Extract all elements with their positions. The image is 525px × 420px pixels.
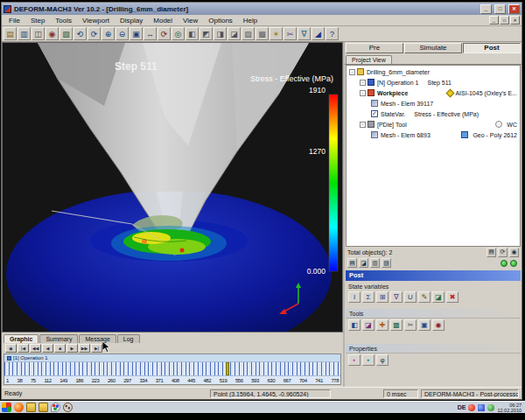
copy-icon[interactable]: ▧ <box>60 27 73 40</box>
capture-icon[interactable]: ◉ <box>46 27 59 40</box>
movie-tool-icon[interactable]: ▣ <box>418 319 430 331</box>
tree-row-operation[interactable]: [N] Operation 1 Step 511 <box>346 77 520 88</box>
graph-object-icon[interactable]: ◪ <box>359 258 368 268</box>
expander-icon[interactable] <box>360 80 366 86</box>
maximize-button[interactable]: □ <box>494 4 506 14</box>
menu-item[interactable]: Options <box>203 16 238 25</box>
tree-row-workpiece-mesh[interactable]: Mesh - Elem 39117 <box>346 98 520 108</box>
italic-i-icon[interactable]: I <box>348 291 360 303</box>
language-indicator[interactable]: DE <box>458 404 466 410</box>
delete-icon[interactable]: ✖ <box>446 291 458 303</box>
visibility-icon[interactable]: ◉ <box>509 248 519 257</box>
tool-material-assignment[interactable]: WC <box>495 121 520 128</box>
stop-button[interactable]: ■ <box>54 344 66 353</box>
pan-icon[interactable]: ↔ <box>144 27 157 40</box>
measure-icon[interactable]: ∇ <box>298 27 311 40</box>
antivirus-icon[interactable] <box>468 404 475 411</box>
cookie-icon[interactable] <box>63 402 73 412</box>
menu-item[interactable]: Viewport <box>77 16 115 25</box>
fast-forward-button[interactable]: ▶▶ <box>79 344 90 353</box>
back-button[interactable]: ◀ <box>42 344 53 353</box>
menu-item[interactable]: Help <box>238 16 262 25</box>
menu-item[interactable]: File <box>4 16 25 25</box>
network-icon[interactable] <box>478 404 485 411</box>
menu-item[interactable]: Model <box>148 16 178 25</box>
wireframe-icon[interactable]: ▩ <box>256 27 269 40</box>
simulate-button[interactable]: Simulate <box>404 43 462 53</box>
menu-item[interactable]: Step <box>25 16 50 25</box>
expander-icon[interactable] <box>349 69 355 75</box>
timeline-ticks[interactable] <box>4 362 340 376</box>
menu-item[interactable]: Tools <box>50 16 77 25</box>
forward-button[interactable]: ▶ <box>66 344 78 353</box>
tree-row-project[interactable]: Drilling_6mm_diameter <box>346 66 520 77</box>
start-button[interactable] <box>2 402 11 412</box>
geometry-assignment[interactable]: Geo - Poly 2612 <box>461 131 520 138</box>
fast-back-button[interactable]: ◀◀ <box>30 344 41 353</box>
close-button[interactable]: ✕ <box>508 4 520 14</box>
tree-row-statevar[interactable]: StateVar. Stress - Effective (MPa) <box>346 108 520 119</box>
current-step-marker[interactable] <box>226 362 229 375</box>
redo-icon[interactable]: ⟳ <box>88 27 101 40</box>
summary-icon[interactable]: ▤ <box>347 258 357 268</box>
graph-icon[interactable]: ◢ <box>312 27 325 40</box>
zoom-out-icon[interactable]: ⊖ <box>116 27 129 40</box>
record-button[interactable]: ◉ <box>5 344 17 353</box>
post-button[interactable]: Post <box>463 43 521 53</box>
material-prop-icon[interactable]: ▪ <box>348 354 360 366</box>
tab-message[interactable]: Message <box>79 334 116 343</box>
viewport-3d[interactable]: Step 511 Stress - Effective (MPa) 1910 1… <box>2 42 343 332</box>
explorer-folder-icon[interactable] <box>26 402 36 412</box>
pencil-icon[interactable]: ✎ <box>418 291 430 303</box>
update-icon[interactable] <box>487 404 494 411</box>
step-timeline[interactable]: [1] Operation 1 138751121491862232602973… <box>4 354 341 385</box>
point-tracking-icon[interactable]: ✚ <box>376 319 388 331</box>
titlebar[interactable]: DEFORM-MACH3 Ver 10.2 - [Drilling_6mm_di… <box>2 3 522 15</box>
open-database-icon[interactable]: ▤ <box>4 27 17 40</box>
nabla-icon[interactable]: ∇ <box>390 291 402 303</box>
help-icon[interactable]: ? <box>326 27 339 40</box>
snapshot-icon[interactable]: ◉ <box>432 319 444 331</box>
top-view-icon[interactable]: ◩ <box>200 27 213 40</box>
object-prop-icon[interactable]: ▪ <box>362 354 374 366</box>
mdi-restore-button[interactable]: □ <box>500 16 509 24</box>
clip-tool-icon[interactable]: ✂ <box>404 319 416 331</box>
report-icon[interactable]: ▥ <box>370 258 380 268</box>
iso-view-icon[interactable]: ◪ <box>228 27 241 40</box>
firefox-icon[interactable] <box>14 402 24 412</box>
list-icon[interactable]: ▤ <box>486 248 496 257</box>
fit-view-icon[interactable]: ◎ <box>172 27 185 40</box>
tab-project-view[interactable]: Project View <box>346 55 392 64</box>
mdi-minimize-button[interactable]: _ <box>489 16 499 24</box>
tree-row-workpiece[interactable]: Workpiece AISI-1045 (Oxley's E... <box>346 88 520 98</box>
light-icon[interactable]: ✶ <box>270 27 283 40</box>
tab-graphic[interactable]: Graphic <box>4 334 38 343</box>
flownet-icon[interactable]: ▩ <box>390 319 402 331</box>
clip-icon[interactable]: ✂ <box>284 27 297 40</box>
undo-icon[interactable]: ⟲ <box>74 27 87 40</box>
shaded-icon[interactable]: ▨ <box>242 27 255 40</box>
minimize-button[interactable]: _ <box>480 4 492 14</box>
save-icon[interactable]: ▥ <box>18 27 31 40</box>
tab-summary[interactable]: Summary <box>39 334 78 343</box>
last-step-button[interactable]: ▶| <box>91 344 102 353</box>
checkbox-icon[interactable] <box>371 110 378 117</box>
mdi-close-button[interactable]: ✕ <box>510 16 520 24</box>
clock[interactable]: 06:27 12.02.2010 <box>497 402 522 413</box>
palette-icon[interactable] <box>51 402 60 412</box>
sigma-icon[interactable]: Σ <box>362 291 374 303</box>
folder-icon[interactable] <box>38 402 48 412</box>
slicing-icon[interactable]: ◧ <box>348 319 360 331</box>
refresh-icon[interactable]: ⟳ <box>498 248 508 257</box>
tab-log[interactable]: Log <box>117 334 140 343</box>
expander-icon[interactable] <box>360 90 366 96</box>
tree-row-tool[interactable]: [PDie] Tool WC <box>346 119 520 130</box>
phi-icon[interactable]: φ <box>376 354 388 366</box>
side-view-icon[interactable]: ◨ <box>214 27 227 40</box>
zoom-window-icon[interactable]: ▣ <box>130 27 143 40</box>
export-icon[interactable]: ▨ <box>382 258 391 268</box>
front-view-icon[interactable]: ◧ <box>186 27 199 40</box>
print-icon[interactable]: ◫ <box>32 27 45 40</box>
first-step-button[interactable]: |◀ <box>18 344 29 353</box>
paint-icon[interactable]: ◪ <box>432 291 444 303</box>
